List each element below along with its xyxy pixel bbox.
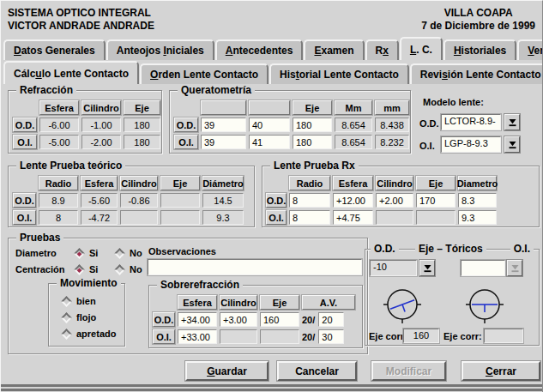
queratometria-oi-k2-input[interactable]: 41 (249, 135, 290, 149)
eje-toricos-title: Eje – Tóricos (415, 243, 486, 255)
eje-toricos-groupbox: O.D. Eje – Tóricos O.I. -10 (365, 249, 540, 346)
centracion-no-radio[interactable]: No (116, 263, 142, 275)
eje-toricos-oi-label: O.I. (510, 243, 534, 255)
movimiento-apretado-radio[interactable]: apretado (63, 328, 116, 340)
queratometria-oi-eje-input[interactable]: 180 (293, 135, 332, 149)
eje-corr-od-value: 160 (403, 329, 439, 343)
dropdown-arrow-icon (508, 118, 517, 127)
modelo-od-dropdown-button[interactable] (504, 114, 520, 130)
dropdown-arrow-icon (423, 263, 432, 273)
lente-teorico-table: Radio Esfera Cilindro Eje Diámetro O.D. … (13, 176, 244, 225)
rx-oi-eje (416, 210, 456, 225)
sobre-od-eje-input[interactable]: 160 (260, 312, 299, 327)
rx-od-cilindro-input[interactable]: +2.00 (376, 193, 413, 208)
rx-od-diametro-input[interactable]: 8.3 (458, 193, 497, 208)
diametro-si-radio[interactable]: Si (75, 247, 98, 259)
queratometria-header-1 (201, 100, 246, 115)
date-label: 7 de Diciembre de 1999 (421, 20, 535, 33)
cerrar-button[interactable]: Cerrar (462, 361, 540, 381)
queratometria-header-mm: mm (375, 100, 409, 115)
rx-od-esfera-input[interactable]: +12.00 (333, 193, 373, 208)
diametro-label: Diametro (15, 248, 57, 258)
tab-historial-lente-contacto[interactable]: Historial Lente Contacto (269, 63, 409, 84)
movimiento-bien-radio[interactable]: bien (63, 295, 96, 307)
lente-teorico-groupbox: Lente Prueba teórico Radio Esfera Cilind… (8, 166, 255, 227)
tab-calculo-lente-contacto[interactable]: Cálculo Lente Contacto (3, 61, 139, 84)
modelo-od-label: O.D. (419, 118, 439, 129)
observaciones-input[interactable] (148, 259, 362, 275)
sobre-header-eje: Eje (260, 295, 299, 310)
refraccion-oi-cilindro: -2.00 (81, 135, 121, 149)
rx-header-radio: Radio (289, 176, 330, 190)
queratometria-od-k1-input[interactable]: 39 (201, 118, 246, 132)
rx-od-rowheader: O.D. (266, 193, 287, 208)
tab-anteojos-iniciales[interactable]: Anteojos Iniciales (106, 39, 214, 60)
queratometria-od-k2-input[interactable]: 40 (249, 118, 290, 132)
dropdown-arrow-icon (510, 263, 520, 273)
sobre-oi-esfera-input[interactable]: +33.00 (178, 329, 217, 344)
refraccion-header-cilindro: Cilindro (81, 100, 121, 115)
rx-oi-diametro-input[interactable]: 9.3 (458, 210, 497, 225)
pruebas-groupbox: Pruebas Diametro Si No Centración Si No … (8, 238, 368, 354)
diametro-si-label: Si (89, 248, 98, 258)
movimiento-flojo-label: flojo (76, 312, 96, 323)
tab-antecedentes[interactable]: Antecedentes (215, 39, 304, 60)
radio-diamond-icon (114, 264, 125, 275)
sobre-od-cilindro-input[interactable]: +3.00 (220, 312, 257, 327)
rx-oi-rowheader: O.I. (266, 210, 287, 225)
cancelar-button[interactable]: Cancelar (277, 361, 357, 381)
refraccion-groupbox: Refracción Esfera Cilindro Eje O.D. -6.0… (8, 90, 162, 154)
dropdown-arrow-icon (508, 140, 517, 149)
main-tab-bar: Datos GeneralesAnteojos InicialesAnteced… (3, 37, 543, 60)
refraccion-od-eje: 180 (124, 118, 160, 132)
modelo-oi-dropdown-button[interactable] (504, 136, 520, 153)
tab-datos-generales[interactable]: Datos Generales (3, 39, 106, 60)
modelo-od-combo[interactable]: LCTOR-8.9- (441, 114, 501, 130)
centracion-si-radio[interactable]: Si (75, 263, 98, 275)
sobre-oi-av-input[interactable]: 30 (318, 329, 344, 344)
sobrerefraccion-groupbox: Sobrerefracción Esfera Cilindro Eje A.V.… (148, 285, 363, 348)
sobre-oi-eje (260, 329, 299, 344)
sobre-od-esfera-input[interactable]: +34.00 (178, 312, 217, 327)
tab-orden-lente-contacto[interactable]: Orden Lente Contacto (140, 63, 268, 84)
queratometria-od-eje-input[interactable]: 180 (293, 118, 332, 132)
diametro-no-label: No (130, 248, 142, 258)
rx-oi-radio-input[interactable]: 8 (289, 210, 330, 225)
tab-lc[interactable]: L. C. (400, 37, 443, 60)
eje-oi-dropdown-button-disabled (507, 260, 522, 276)
app-title: SISTEMA OPTICO INTEGRAL VICTOR ANDRADE A… (8, 7, 154, 33)
rx-od-radio-input[interactable]: 8 (289, 193, 330, 208)
location-date: VILLA COAPA 7 de Diciembre de 1999 (421, 7, 535, 33)
diametro-no-radio[interactable]: No (116, 247, 142, 259)
tab-ventas[interactable]: Ventas (517, 39, 543, 60)
sobre-od-av-input[interactable]: 20 (318, 312, 344, 327)
lente-teorico-title: Lente Prueba teórico (16, 160, 125, 172)
teorico-od-cilindro: -0.86 (120, 193, 158, 208)
radio-diamond-icon (61, 329, 72, 340)
queratometria-oi-k1-input[interactable]: 39 (201, 135, 246, 149)
eje-oi-combo[interactable] (461, 260, 505, 276)
tab-historiales[interactable]: Historiales (443, 39, 516, 60)
eje-toricos-od-label: O.D. (371, 243, 399, 255)
guardar-button[interactable]: Guardar (185, 361, 268, 381)
rx-oi-esfera-input[interactable]: +4.75 (333, 210, 373, 225)
rx-od-eje-input[interactable]: 170 (416, 193, 456, 208)
eje-corr-oi-label: Eje corr: (443, 331, 482, 341)
radio-diamond-icon (61, 296, 72, 307)
rx-header-eje: Eje (416, 176, 456, 190)
rx-oi-cilindro (376, 210, 413, 225)
oi-axis-dial[interactable] (464, 284, 505, 325)
teorico-oi-eje (160, 210, 200, 225)
queratometria-header-2 (249, 100, 290, 115)
od-axis-dial[interactable] (382, 284, 423, 325)
queratometria-table: Eje Mm mm O.D. 39 40 180 8.654 8.438 O.I… (174, 100, 409, 149)
movimiento-flojo-radio[interactable]: flojo (63, 311, 96, 323)
tab-rx[interactable]: Rx (365, 39, 399, 60)
refraccion-table: Esfera Cilindro Eje O.D. -6.00 -1.00 180… (13, 100, 160, 149)
tab-revision-lente-contacto[interactable]: Revisión Lente Contacto (410, 63, 543, 84)
eje-od-combo[interactable]: -10 (370, 260, 417, 276)
modelo-oi-combo[interactable]: LGP-8-9.3 (441, 136, 501, 153)
eje-od-dropdown-button[interactable] (419, 260, 435, 276)
tab-examen[interactable]: Examen (304, 39, 364, 60)
radio-diamond-icon (61, 312, 72, 323)
